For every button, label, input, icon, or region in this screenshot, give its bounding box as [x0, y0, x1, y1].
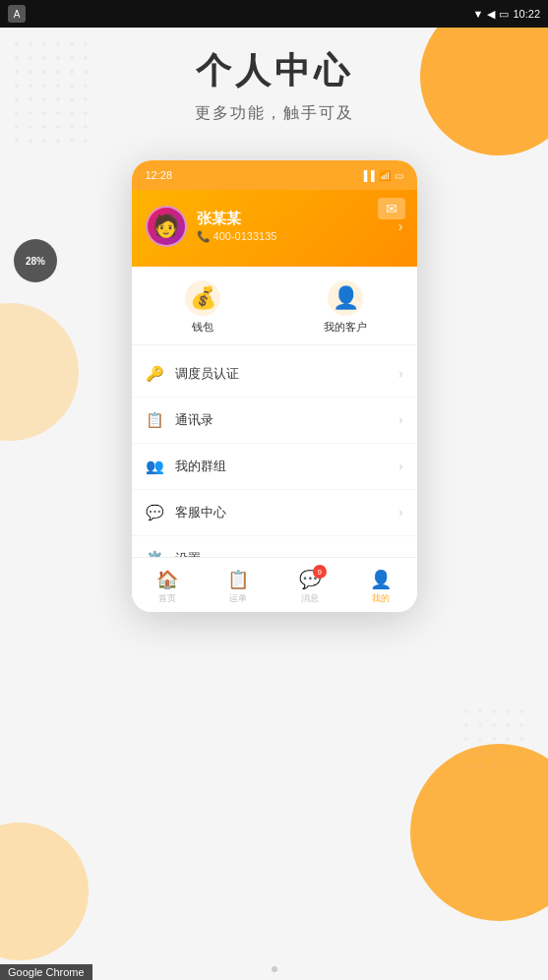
svg-point-57: [519, 723, 523, 727]
svg-point-50: [492, 709, 496, 713]
svg-point-40: [70, 125, 74, 129]
svg-point-59: [478, 737, 482, 741]
tab-order[interactable]: 📋 运单: [203, 565, 274, 605]
phone-mockup: 12:28 ▐▐ 📶 ▭ ✉ 🧑 张某某 📞 400-0133: [132, 160, 417, 612]
svg-point-72: [519, 765, 523, 768]
svg-point-2: [42, 42, 46, 46]
svg-point-38: [42, 125, 46, 129]
chrome-bar: Google Chrome: [0, 964, 92, 980]
svg-point-0: [15, 42, 19, 46]
svg-point-36: [15, 125, 19, 129]
my-customers-label: 我的客户: [324, 320, 367, 335]
svg-point-58: [464, 737, 468, 741]
mine-tab-label: 我的: [372, 592, 390, 605]
profile-row[interactable]: 🧑 张某某 📞 400-0133135 ›: [146, 206, 403, 247]
svg-point-51: [506, 709, 510, 713]
svg-point-64: [478, 751, 482, 755]
phone-battery-icon: ▭: [395, 170, 403, 181]
menu-item-my-group[interactable]: 👥 我的群组 ›: [132, 444, 417, 490]
page-subtitle: 更多功能，触手可及: [0, 103, 548, 124]
svg-point-37: [29, 125, 32, 129]
contacts-chevron: ›: [399, 413, 403, 427]
mine-icon: 👤: [370, 569, 392, 590]
svg-point-70: [492, 765, 496, 768]
svg-point-46: [70, 139, 74, 143]
svg-point-55: [492, 723, 496, 727]
dispatcher-auth-label: 调度员认证: [175, 365, 390, 383]
svg-point-5: [84, 42, 88, 46]
svg-point-53: [464, 723, 468, 727]
bottom-tab-bar: 🏠 首页 📋 运单 💬 9 消息 👤 我的: [132, 557, 417, 612]
profile-name: 张某某: [197, 210, 389, 228]
signal-icon: ◀: [487, 8, 495, 21]
page-indicator: [272, 966, 277, 972]
svg-point-49: [478, 709, 482, 713]
svg-point-3: [56, 42, 60, 46]
deco-circle-bottom-left: [0, 823, 89, 960]
profile-chevron-right-icon: ›: [398, 218, 403, 234]
svg-point-54: [478, 723, 482, 727]
message-icon-button[interactable]: ✉: [378, 198, 405, 219]
phone-signal-icon: ▐▐: [360, 170, 374, 181]
svg-point-43: [29, 139, 32, 143]
svg-point-63: [464, 751, 468, 755]
tab-home[interactable]: 🏠 首页: [132, 565, 204, 605]
wallet-label: 钱包: [192, 320, 213, 335]
app-icon: A: [8, 5, 26, 23]
dispatcher-auth-chevron: ›: [399, 367, 403, 381]
main-background: 个人中心 更多功能，触手可及 28% 12:28 ▐▐ 📶 ▭ ✉ 🧑: [0, 28, 548, 980]
menu-list: 🔑 调度员认证 › 📋 通讯录 › 👥 我的群组 › 💬 客服中心 › ⚙️: [132, 351, 417, 582]
phone-wifi-icon: 📶: [379, 170, 391, 181]
dot-grid-bottomright: [459, 704, 538, 783]
svg-point-4: [70, 42, 74, 46]
svg-point-42: [15, 139, 19, 143]
svg-point-67: [519, 751, 523, 755]
svg-point-69: [478, 765, 482, 768]
page-title-area: 个人中心 更多功能，触手可及: [0, 47, 548, 124]
message-tab-label: 消息: [301, 592, 319, 605]
quick-icons-row: 💰 钱包 👤 我的客户: [132, 267, 417, 345]
customer-service-chevron: ›: [399, 506, 403, 520]
wifi-icon: ▼: [473, 8, 484, 20]
my-group-label: 我的群组: [175, 458, 390, 475]
customer-service-icon: 💬: [146, 503, 165, 522]
quick-icon-my-customers[interactable]: 👤 我的客户: [274, 280, 417, 335]
svg-point-44: [42, 139, 46, 143]
order-icon: 📋: [227, 569, 249, 590]
chrome-label: Google Chrome: [8, 966, 85, 978]
phone-status-bar: 12:28 ▐▐ 📶 ▭: [132, 160, 417, 190]
wallet-icon: 💰: [185, 280, 220, 316]
message-badge-container: 💬 9: [299, 569, 321, 590]
quick-icon-wallet[interactable]: 💰 钱包: [132, 280, 274, 335]
order-tab-label: 运单: [229, 592, 247, 605]
svg-point-61: [506, 737, 510, 741]
status-bar-right: ▼ ◀ ▭ 10:22: [473, 8, 540, 21]
deco-circle-mid-left: [0, 303, 79, 441]
phone-status-icons: ▐▐ 📶 ▭: [360, 170, 402, 181]
svg-point-52: [519, 709, 523, 713]
svg-point-45: [56, 139, 60, 143]
tab-message[interactable]: 💬 9 消息: [274, 565, 346, 605]
menu-item-dispatcher-auth[interactable]: 🔑 调度员认证 ›: [132, 351, 417, 398]
profile-phone: 📞 400-0133135: [197, 230, 389, 243]
home-tab-label: 首页: [158, 592, 176, 605]
tab-mine[interactable]: 👤 我的: [345, 565, 417, 605]
avatar: 🧑: [146, 206, 187, 247]
svg-point-41: [84, 125, 88, 129]
svg-point-1: [29, 42, 32, 46]
phone-header: ✉ 🧑 张某某 📞 400-0133135 ›: [132, 190, 417, 267]
svg-point-60: [492, 737, 496, 741]
my-customers-icon: 👤: [328, 280, 363, 316]
svg-point-48: [464, 709, 468, 713]
svg-point-47: [84, 139, 88, 143]
home-icon: 🏠: [156, 569, 178, 590]
contacts-label: 通讯录: [175, 411, 390, 429]
page-title: 个人中心: [0, 47, 548, 95]
system-status-bar: A ▼ ◀ ▭ 10:22: [0, 0, 548, 28]
my-group-icon: 👥: [146, 457, 165, 476]
menu-item-contacts[interactable]: 📋 通讯录 ›: [132, 398, 417, 444]
status-bar-left: A: [8, 5, 26, 23]
menu-item-customer-service[interactable]: 💬 客服中心 ›: [132, 490, 417, 536]
svg-point-66: [506, 751, 510, 755]
contacts-icon: 📋: [146, 410, 165, 430]
